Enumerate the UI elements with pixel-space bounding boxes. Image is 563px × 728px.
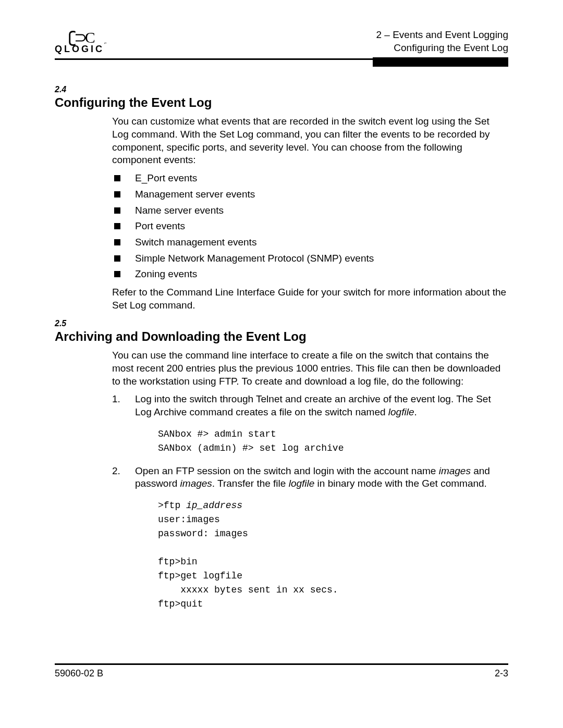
step-2-code: >ftp ip_address user:images password: im… [158, 499, 508, 611]
list-item: Management server events [112, 188, 508, 201]
page-footer: 59060-02 B 2-3 [55, 663, 508, 679]
step-2-text: Open an FTP session on the switch and lo… [135, 465, 490, 489]
logo-text: QLOGIC⌐ [55, 44, 107, 54]
step-2: Open an FTP session on the switch and lo… [112, 465, 508, 611]
footer-page-number: 2-3 [495, 668, 508, 679]
list-item: Port events [112, 220, 508, 233]
list-item: Name server events [112, 204, 508, 217]
section-number-25: 2.5 [55, 319, 508, 328]
list-item: Switch management events [112, 236, 508, 249]
footer-rule [55, 663, 508, 665]
component-events-list: E_Port events Management server events N… [112, 172, 508, 281]
section-number-24: 2.4 [55, 85, 508, 94]
header-line-2: Configuring the Event Log [376, 42, 508, 55]
list-item: E_Port events [112, 172, 508, 185]
list-item: Zoning events [112, 268, 508, 281]
section-24-body: You can customize what events that are r… [112, 115, 508, 312]
header-line-1: 2 – Events and Event Logging [376, 29, 508, 42]
list-item: Simple Network Management Protocol (SNMP… [112, 252, 508, 265]
footer-doc-id: 59060-02 B [55, 668, 103, 679]
step-1-code: SANbox #> admin start SANbox (admin) #> … [158, 427, 508, 455]
step-1-text: Log into the switch through Telnet and c… [135, 393, 491, 417]
content: 2.4 Configuring the Event Log You can cu… [55, 85, 508, 611]
page-header: ʗ⊃C QLOGIC⌐ 2 – Events and Event Logging… [55, 29, 508, 54]
page: ʗ⊃C QLOGIC⌐ 2 – Events and Event Logging… [0, 0, 563, 728]
steps-list: Log into the switch through Telnet and c… [112, 393, 508, 611]
section-24-intro: You can customize what events that are r… [112, 115, 508, 167]
chapter-tab [373, 57, 508, 67]
section-25-body: You can use the command line interface t… [112, 349, 508, 611]
section-title-25: Archiving and Downloading the Event Log [55, 329, 508, 344]
logo-symbol-icon: ʗ⊃C [68, 30, 93, 45]
section-title-24: Configuring the Event Log [55, 95, 508, 110]
header-titles: 2 – Events and Event Logging Configuring… [376, 29, 508, 54]
logo: ʗ⊃C QLOGIC⌐ [55, 29, 107, 54]
section-25-intro: You can use the command line interface t… [112, 349, 508, 388]
section-24-outro: Refer to the Command Line Interface Guid… [112, 286, 508, 312]
step-1: Log into the switch through Telnet and c… [112, 393, 508, 455]
